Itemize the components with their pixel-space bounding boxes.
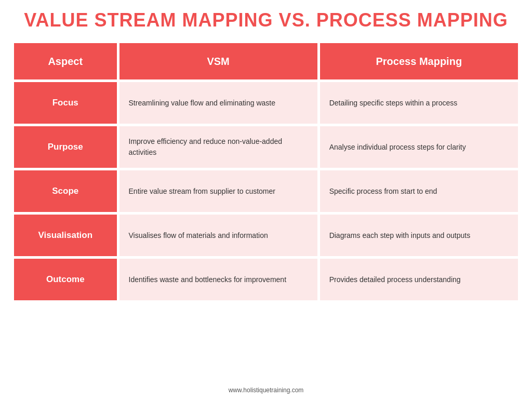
footer-url: www.holistiquetraining.com <box>229 387 304 394</box>
aspect-cell-0: Focus <box>14 82 117 124</box>
comparison-table: Aspect VSM Process Mapping FocusStreamli… <box>11 41 521 382</box>
pm-cell-2: Specific process from start to end <box>320 170 518 212</box>
pm-cell-0: Detailing specific steps within a proces… <box>320 82 518 124</box>
header-process-mapping: Process Mapping <box>320 43 518 79</box>
pm-cell-4: Provides detailed process understanding <box>320 259 518 300</box>
page-title: VALUE STREAM MAPPING VS. PROCESS MAPPING <box>24 9 508 31</box>
vsm-cell-0: Streamlining value flow and eliminating … <box>119 82 317 124</box>
table-row: VisualisationVisualises flow of material… <box>14 215 518 256</box>
table-row: OutcomeIdentifies waste and bottlenecks … <box>14 259 518 300</box>
table-row: ScopeEntire value stream from supplier t… <box>14 170 518 212</box>
table-row: FocusStreamlining value flow and elimina… <box>14 82 518 124</box>
page-wrapper: VALUE STREAM MAPPING VS. PROCESS MAPPING… <box>0 0 532 399</box>
header-aspect: Aspect <box>14 43 117 79</box>
vsm-cell-4: Identifies waste and bottlenecks for imp… <box>119 259 317 300</box>
vsm-cell-3: Visualises flow of materials and informa… <box>119 215 317 256</box>
vsm-cell-2: Entire value stream from supplier to cus… <box>119 170 317 212</box>
header-vsm: VSM <box>119 43 317 79</box>
aspect-cell-4: Outcome <box>14 259 117 300</box>
pm-cell-1: Analyse individual process steps for cla… <box>320 126 518 168</box>
aspect-cell-1: Purpose <box>14 126 117 168</box>
aspect-cell-3: Visualisation <box>14 215 117 256</box>
vsm-cell-1: Improve efficiency and reduce non-value-… <box>119 126 317 168</box>
pm-cell-3: Diagrams each step with inputs and outpu… <box>320 215 518 256</box>
table-row: PurposeImprove efficiency and reduce non… <box>14 126 518 168</box>
aspect-cell-2: Scope <box>14 170 117 212</box>
